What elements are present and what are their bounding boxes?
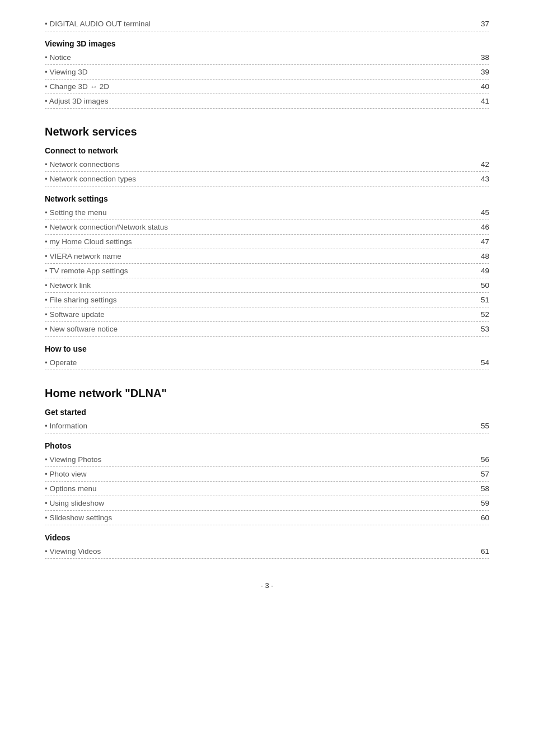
toc-entry-ns-1-2: • my Home Cloud settings 47 xyxy=(45,235,489,249)
toc-entry-hn-1-1: • Photo view 57 xyxy=(45,467,489,482)
toc-label: • Photo view xyxy=(45,470,472,478)
network-sub-title-1: Network settings xyxy=(45,194,489,203)
toc-entry-ns-1-7: • Software update 52 xyxy=(45,307,489,322)
toc-label: • Setting the menu xyxy=(45,208,472,217)
viewing-3d-section: Viewing 3D images • Notice 38 • Viewing … xyxy=(45,39,489,109)
toc-label: • Network connection types xyxy=(45,175,472,183)
toc-label: • Viewing 3D xyxy=(45,68,472,76)
toc-label: • Network connections xyxy=(45,160,472,169)
toc-entry-hn-2-0: • Viewing Videos 61 xyxy=(45,544,489,559)
toc-page: 41 xyxy=(472,97,489,105)
toc-label: • Network connection/Network status xyxy=(45,223,472,231)
toc-page: 43 xyxy=(472,175,489,183)
home-network-subsections: Get started • Information 55 Photos • Vi… xyxy=(45,408,489,559)
toc-page: 56 xyxy=(472,455,489,464)
home-sub-title-0: Get started xyxy=(45,408,489,417)
toc-entry-ns-1-5: • Network link 50 xyxy=(45,278,489,293)
toc-page: 48 xyxy=(472,252,489,260)
toc-page: 39 xyxy=(472,68,489,76)
toc-label: • Slideshow settings xyxy=(45,514,472,522)
viewing-3d-title: Viewing 3D images xyxy=(45,39,489,48)
toc-label: • Adjust 3D images xyxy=(45,97,472,105)
toc-page: 46 xyxy=(472,223,489,231)
toc-entry-ns-1-1: • Network connection/Network status 46 xyxy=(45,220,489,235)
initial-entries: • DIGITAL AUDIO OUT terminal 37 xyxy=(45,17,489,31)
toc-entry-ns-0-0: • Network connections 42 xyxy=(45,157,489,172)
toc-label: • Network link xyxy=(45,281,472,290)
toc-entry-ns-0-1: • Network connection types 43 xyxy=(45,172,489,186)
toc-entry-ns-1-8: • New software notice 53 xyxy=(45,322,489,337)
toc-page: 40 xyxy=(472,82,489,91)
network-services-title: Network services xyxy=(45,125,489,138)
toc-page: 53 xyxy=(472,325,489,333)
toc-label: • TV remote App settings xyxy=(45,267,472,275)
toc-label: • Viewing Photos xyxy=(45,455,472,464)
home-sub-title-2: Videos xyxy=(45,533,489,542)
toc-page: 61 xyxy=(472,547,489,556)
toc-entry-viewing3d-1: • Viewing 3D 39 xyxy=(45,65,489,80)
toc-page: 45 xyxy=(472,208,489,217)
toc-page: 58 xyxy=(472,484,489,493)
toc-entry-hn-0-0: • Information 55 xyxy=(45,419,489,433)
toc-page: 52 xyxy=(472,310,489,319)
toc-entry-hn-1-3: • Using slideshow 59 xyxy=(45,496,489,511)
toc-label: • Using slideshow xyxy=(45,499,472,507)
toc-label: • Change 3D ↔ 2D xyxy=(45,82,472,91)
toc-entry-ns-1-4: • TV remote App settings 49 xyxy=(45,264,489,278)
toc-label: • my Home Cloud settings xyxy=(45,237,472,246)
toc-page: 51 xyxy=(472,296,489,304)
toc-label: • VIERA network name xyxy=(45,252,472,260)
toc-label: • Operate xyxy=(45,358,472,367)
toc-label: • Options menu xyxy=(45,484,472,493)
toc-label: • Notice xyxy=(45,53,472,62)
toc-label: • File sharing settings xyxy=(45,296,472,304)
toc-page: 42 xyxy=(472,160,489,169)
toc-page: 55 xyxy=(472,422,489,430)
network-services-subsections: Connect to network • Network connections… xyxy=(45,146,489,370)
toc-label: • Information xyxy=(45,422,472,430)
toc-page: 59 xyxy=(472,499,489,507)
toc-page: 50 xyxy=(472,281,489,290)
toc-page: 54 xyxy=(472,358,489,367)
toc-page: 49 xyxy=(472,267,489,275)
home-network-section: Home network "DLNA" Get started • Inform… xyxy=(45,387,489,559)
toc-entry-ns-1-3: • VIERA network name 48 xyxy=(45,249,489,264)
toc-entry-ns-2-0: • Operate 54 xyxy=(45,356,489,370)
toc-entry-page: 37 xyxy=(472,20,489,28)
toc-entry-viewing3d-3: • Adjust 3D images 41 xyxy=(45,94,489,109)
toc-entry-viewing3d-0: • Notice 38 xyxy=(45,50,489,65)
toc-page: 57 xyxy=(472,470,489,478)
toc-entry-hn-1-0: • Viewing Photos 56 xyxy=(45,452,489,467)
toc-entry-ns-1-6: • File sharing settings 51 xyxy=(45,293,489,307)
toc-entry-digital-audio: • DIGITAL AUDIO OUT terminal 37 xyxy=(45,17,489,31)
toc-entry-hn-1-2: • Options menu 58 xyxy=(45,482,489,496)
network-sub-title-2: How to use xyxy=(45,344,489,353)
toc-page: 60 xyxy=(472,514,489,522)
toc-label: • New software notice xyxy=(45,325,472,333)
toc-entry-hn-1-4: • Slideshow settings 60 xyxy=(45,511,489,525)
toc-page: 47 xyxy=(472,237,489,246)
toc-entry-label: • DIGITAL AUDIO OUT terminal xyxy=(45,20,472,28)
home-network-title: Home network "DLNA" xyxy=(45,387,489,400)
toc-label: • Software update xyxy=(45,310,472,319)
toc-entry-ns-1-0: • Setting the menu 45 xyxy=(45,206,489,220)
network-services-section: Network services Connect to network • Ne… xyxy=(45,125,489,370)
toc-page: 38 xyxy=(472,53,489,62)
page-number: - 3 - xyxy=(260,581,273,590)
toc-label: • Viewing Videos xyxy=(45,547,472,556)
page-footer: - 3 - xyxy=(45,581,489,590)
home-sub-title-1: Photos xyxy=(45,441,489,450)
toc-entry-viewing3d-2: • Change 3D ↔ 2D 40 xyxy=(45,80,489,94)
viewing-3d-items: • Notice 38 • Viewing 3D 39 • Change 3D … xyxy=(45,50,489,109)
network-sub-title-0: Connect to network xyxy=(45,146,489,155)
